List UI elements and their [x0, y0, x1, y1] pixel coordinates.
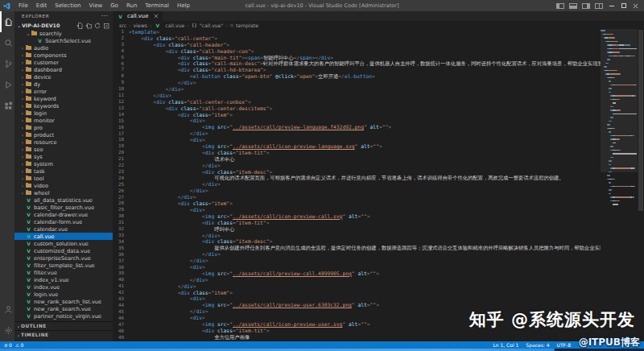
code-line[interactable]: 可视化的话术配置页面，可根据客户的需求自定义话术，并进行意向标应，节省逐条上传，… [129, 175, 601, 181]
tree-item-login.vue[interactable]: Vlogin.vue [14, 291, 113, 298]
tree-item-filter.vue[interactable]: Vfilter.vue [14, 269, 113, 276]
breadcrumb-item[interactable]: "call.vue" [200, 23, 224, 28]
code-lines[interactable]: <template> <div class="call-center"> <di… [126, 29, 601, 341]
section-outline[interactable]: ›OUTLINE [14, 321, 113, 330]
tree-item-task[interactable]: ›task [14, 167, 113, 175]
tree-item-login[interactable]: ›login [14, 109, 113, 117]
code-line[interactable]: </div> [129, 194, 601, 200]
explorer-icon[interactable] [0, 11, 14, 32]
customize-layout-icon[interactable] [595, 3, 603, 9]
tree-item-system[interactable]: ›system [14, 160, 113, 167]
tree-item-pro[interactable]: ›pro [14, 124, 113, 131]
code-line[interactable]: 话术中心 [129, 156, 601, 163]
status-error-circle[interactable]: ⊘0 [4, 342, 12, 348]
tree-item-new_rank_search_list.vue[interactable]: Vnew_rank_search_list.vue [14, 298, 113, 305]
code-line[interactable]: </div> [129, 181, 601, 188]
tree-item-monitor[interactable]: ›monitor [14, 117, 113, 124]
code-line[interactable]: </div> [129, 163, 601, 169]
status-item[interactable]: UTF-8 [557, 342, 572, 348]
tree-item-calendar-drawer.vue[interactable]: Vcalendar-drawer.vue [14, 211, 113, 218]
code-line[interactable]: <div> [129, 264, 601, 270]
code-line[interactable]: <div> [129, 295, 601, 302]
tree-item-wheel[interactable]: ›wheel [14, 189, 113, 196]
account-icon[interactable] [0, 299, 14, 320]
code-line[interactable]: <div> [129, 207, 601, 213]
breadcrumb-item[interactable]: views [133, 23, 147, 28]
code-line[interactable]: <div class="call-center"> [129, 35, 601, 42]
menu-terminal[interactable]: Terminal [141, 0, 173, 11]
code-line[interactable]: <div> [129, 137, 601, 143]
tree-item-product[interactable]: ›product [14, 131, 113, 138]
tree-item-enterpriseSearch.vue[interactable]: VenterpriseSearch.vue [14, 254, 113, 262]
tree-item-SearchSelect.vue[interactable]: VSearchSelect.vue [14, 37, 113, 44]
tree-item-all_data_statistics.vue[interactable]: Vall_data_statistics.vue [14, 196, 113, 204]
tree-item-index.vue[interactable]: Vindex.vue [14, 283, 113, 291]
code-area[interactable]: 1234567891011121314151617181920212223242… [113, 29, 601, 341]
code-line[interactable]: <div class="item"> [129, 112, 601, 118]
run-debug-icon[interactable] [0, 74, 14, 95]
menu-help[interactable]: Help [173, 0, 194, 11]
code-line[interactable]: <div class="item-desc"> [129, 169, 601, 176]
new-file-icon[interactable] [76, 23, 83, 29]
code-line[interactable]: </div> [129, 251, 601, 258]
code-line[interactable]: <div class="call-center-conbox"> [129, 99, 601, 105]
code-line[interactable]: <div class="call-hd-btnarea"> [129, 67, 601, 73]
code-line[interactable]: <div class="item-desc"> [129, 238, 601, 245]
settings-gear-icon[interactable] [0, 320, 14, 341]
breadcrumb-item[interactable]: call.vue [165, 23, 184, 28]
tree-item-video[interactable]: ›video [14, 182, 113, 189]
tree-item-keywords[interactable]: ›keywords [14, 102, 113, 109]
new-folder-icon[interactable] [85, 23, 92, 29]
code-line[interactable]: <img src="../assets/call/preview-languag… [129, 124, 601, 130]
tab-call-vue[interactable]: V call.vue [113, 11, 163, 21]
views-more-icon[interactable]: ⋯ [101, 14, 108, 19]
code-line[interactable]: <div> [129, 118, 601, 124]
tree-item-tool[interactable]: ›tool [14, 175, 113, 182]
code-line[interactable]: </div> [129, 233, 601, 239]
breadcrumb-item[interactable]: src [119, 23, 126, 28]
code-line[interactable]: </div> [129, 80, 601, 86]
toggle-sidebar-icon[interactable] [556, 3, 564, 9]
code-line[interactable]: <template> [129, 29, 601, 35]
minimize-button[interactable] [606, 0, 617, 11]
tab-close-icon[interactable] [154, 14, 159, 19]
tree-item-customer[interactable]: ›customer [14, 59, 113, 66]
tree-item-customized_data.vue[interactable]: Vcustomized_data.vue [14, 247, 113, 254]
status-warning[interactable]: ⚠0 [15, 342, 23, 348]
minimap[interactable] [601, 29, 638, 341]
code-line[interactable]: <div class="item-tit"> [129, 150, 601, 156]
refresh-icon[interactable] [94, 23, 101, 29]
tree-item-custom_solution.vue[interactable]: Vcustom_solution.vue [14, 240, 113, 247]
code-line[interactable]: <img src="../assets/call/preview-call.48… [129, 270, 601, 277]
menu-file[interactable]: File [14, 0, 32, 11]
code-line[interactable]: </div> [129, 258, 601, 264]
tree-item-searchly[interactable]: ⌄searchly [14, 30, 113, 37]
tree-item-partner_notice_virgin.vue[interactable]: Vpartner_notice_virgin.vue [14, 312, 113, 320]
code-line[interactable]: <img src="../assets/call/icon-preview-ca… [129, 213, 601, 220]
section-timeline[interactable]: ›TIMELINE [14, 330, 113, 339]
tree-item-components[interactable]: ›components [14, 52, 113, 59]
source-control-icon[interactable] [0, 53, 14, 74]
tree-item-dy[interactable]: ›dy [14, 81, 113, 88]
tree-item-error[interactable]: ›error [14, 88, 113, 95]
code-line[interactable]: <div class="call-header"> [129, 42, 601, 48]
toggle-auxbar-icon[interactable] [582, 3, 590, 9]
tree-item-sys[interactable]: ›sys [14, 153, 113, 160]
workspace-header[interactable]: ⌄ VIP-AI-DEV10 [14, 21, 113, 30]
code-line[interactable]: </div> [129, 283, 601, 290]
menu-go[interactable]: Go [106, 0, 122, 11]
menu-selection[interactable]: Selection [51, 0, 85, 11]
code-line[interactable]: <img src="../assets/call/preview-user.63… [129, 302, 601, 308]
breadcrumb-item[interactable]: template [236, 23, 258, 28]
code-line[interactable]: 全方位用户画像 [129, 334, 601, 341]
code-line[interactable]: <el-button class="open-btn" @click="open… [129, 73, 601, 80]
search-icon[interactable] [0, 32, 14, 53]
menu-edit[interactable]: Edit [32, 0, 52, 11]
tree-item-keyword[interactable]: ›keyword [14, 95, 113, 102]
tree-item-call.vue[interactable]: Vcall.vue [14, 233, 113, 240]
tree-item-dashboard[interactable]: ›dashboard [14, 66, 113, 73]
code-line[interactable]: </div> [129, 130, 601, 137]
status-item[interactable]: Ln 1, Col 1 [493, 342, 518, 348]
menu-view[interactable]: View [85, 0, 107, 11]
code-line[interactable]: <div class="item-tit"> [129, 220, 601, 226]
